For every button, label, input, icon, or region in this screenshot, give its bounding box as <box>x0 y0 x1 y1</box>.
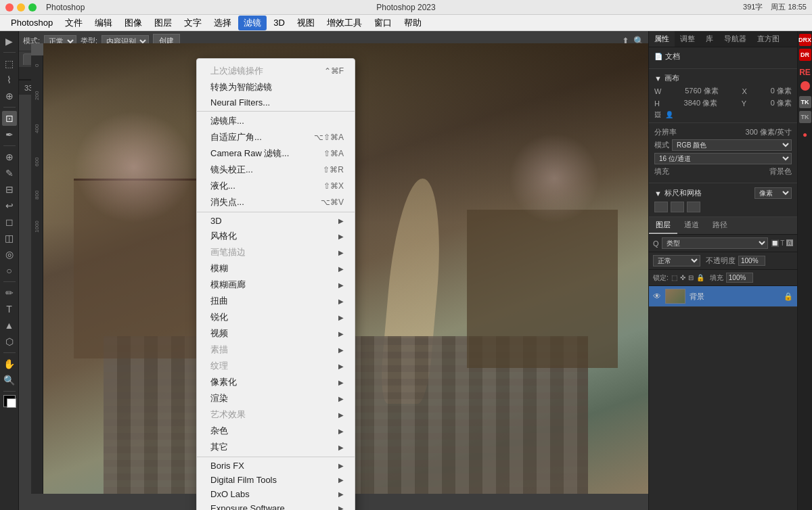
move-tool[interactable]: ▶ <box>2 34 17 49</box>
menu-item-distort[interactable]: 扭曲 ▶ <box>197 293 355 309</box>
menu-item-dxo-labs[interactable]: DxO Labs ▶ <box>197 487 355 501</box>
tab-histogram[interactable]: 直方图 <box>752 31 785 47</box>
tab-layers[interactable]: 图层 <box>649 217 677 234</box>
clone-stamp-tool[interactable]: ⊟ <box>2 182 17 197</box>
eraser-tool[interactable]: ◻ <box>2 214 17 229</box>
marquee-tool[interactable]: ⬚ <box>2 56 17 71</box>
menu-item-video[interactable]: 视频 ▶ <box>197 325 355 342</box>
brush-tool[interactable]: ✎ <box>2 166 17 181</box>
menu-3d[interactable]: 3D <box>268 16 290 29</box>
gradient-tool[interactable]: ◫ <box>2 231 17 246</box>
snap-icon <box>687 202 700 212</box>
lock-pixel-icon[interactable]: ⬚ <box>671 274 677 281</box>
tab-properties[interactable]: 属性 <box>649 31 675 47</box>
menu-item-exposure-software[interactable]: Exposure Software ▶ <box>197 501 355 510</box>
foreground-color[interactable] <box>3 395 16 407</box>
menu-item-texture[interactable]: 纹理 ▶ <box>197 358 355 374</box>
menu-photoshop[interactable]: Photoshop <box>5 16 58 29</box>
hand-tool[interactable]: ✋ <box>2 356 17 371</box>
menu-item-lens-correction[interactable]: 镜头校正... ⇧⌘R <box>197 162 355 178</box>
lasso-tool[interactable]: ⌇ <box>2 72 17 87</box>
menu-item-brush-strokes[interactable]: 画笔描边 ▶ <box>197 244 355 260</box>
menu-item-adaptive-wide[interactable]: 自适应广角... ⌥⇧⌘A <box>197 129 355 145</box>
tk-plugin-icon[interactable]: TK <box>799 96 811 108</box>
lock-artboard-icon[interactable]: ⊟ <box>688 274 694 281</box>
eyedropper-tool[interactable]: ✒ <box>2 127 17 142</box>
history-brush-tool[interactable]: ↩ <box>2 198 17 213</box>
menu-item-liquify[interactable]: 液化... ⇧⌘X <box>197 178 355 194</box>
tab-channels[interactable]: 通道 <box>677 217 706 234</box>
lock-move-icon[interactable]: ✜ <box>680 274 685 281</box>
menu-item-digital-film-tools[interactable]: Digital Film Tools ▶ <box>197 473 355 487</box>
depth-select[interactable]: 16 位/通道 <box>654 153 792 164</box>
menu-item-noise[interactable]: 杂色 ▶ <box>197 423 355 439</box>
menu-type[interactable]: 文字 <box>179 16 207 30</box>
menu-item-camera-raw[interactable]: Camera Raw 滤镜... ⇧⌘A <box>197 145 355 162</box>
maximize-button[interactable] <box>28 3 37 11</box>
blend-mode-layer[interactable]: 正常 <box>653 255 700 266</box>
tab-library[interactable]: 库 <box>700 31 719 47</box>
submenu-arrow: ▶ <box>338 233 344 240</box>
menu-plugins[interactable]: 增效工具 <box>321 16 367 30</box>
menu-item-boris-fx[interactable]: Boris FX ▶ <box>197 459 355 473</box>
menu-item-sharpen[interactable]: 锐化 ▶ <box>197 309 355 325</box>
menu-item-label: Exposure Software <box>210 503 285 510</box>
menu-item-label: Digital Film Tools <box>210 475 277 485</box>
menu-file[interactable]: 文件 <box>60 16 88 30</box>
opacity-input[interactable] <box>738 256 765 266</box>
y-label: Y <box>742 99 746 108</box>
menu-item-last-filter[interactable]: 上次滤镜操作 ⌃⌘F <box>197 63 355 79</box>
crop-tool[interactable]: ⊡ <box>2 111 17 126</box>
menu-item-blur[interactable]: 模糊 ▶ <box>197 260 355 277</box>
menu-edit[interactable]: 编辑 <box>89 16 118 30</box>
menu-image[interactable]: 图像 <box>119 16 148 30</box>
menu-item-neural-filters[interactable]: Neural Filters... <box>197 95 355 110</box>
background-color[interactable] <box>7 398 16 408</box>
menu-filter[interactable]: 滤镜 <box>238 16 267 30</box>
menu-item-pixelate[interactable]: 像素化 ▶ <box>197 374 355 390</box>
pen-tool[interactable]: ✏ <box>2 285 17 300</box>
healing-brush-tool[interactable]: ⊕ <box>2 149 17 164</box>
dodge-tool[interactable]: ○ <box>2 263 17 278</box>
red-dot-icon[interactable] <box>800 81 810 91</box>
text-tool[interactable]: T <box>2 302 17 317</box>
lock-all-icon[interactable]: 🔒 <box>696 274 704 281</box>
zoom-tool[interactable]: 🔍 <box>2 373 17 388</box>
menu-item-render[interactable]: 渲染 ▶ <box>197 390 355 407</box>
menu-window[interactable]: 窗口 <box>369 16 397 30</box>
layer-name[interactable]: 背景 <box>690 292 780 302</box>
re-plugin-icon[interactable]: RE <box>799 66 811 78</box>
menu-item-artistic[interactable]: 艺术效果 ▶ <box>197 407 355 423</box>
path-selection-tool[interactable]: ▲ <box>2 318 17 333</box>
menu-item-filter-gallery[interactable]: 滤镜库... <box>197 113 355 129</box>
tab-adjustments[interactable]: 调整 <box>675 31 700 47</box>
menu-layer[interactable]: 图层 <box>149 16 177 30</box>
layer-visibility-icon[interactable]: 👁 <box>653 292 661 301</box>
menu-item-sketch[interactable]: 素描 ▶ <box>197 342 355 358</box>
menu-item-vanishing-point[interactable]: 消失点... ⌥⌘V <box>197 194 355 210</box>
drx-plugin-icon-2[interactable]: DR <box>799 49 811 61</box>
circle-plugin-icon[interactable]: ● <box>799 129 811 141</box>
layer-type-filter[interactable]: 类型 <box>662 237 768 249</box>
tk-plugin-icon-2[interactable]: TK <box>799 111 811 123</box>
menu-item-3d[interactable]: 3D ▶ <box>197 214 355 228</box>
menu-item-blur-gallery[interactable]: 模糊画廊 ▶ <box>197 277 355 293</box>
quick-select-tool[interactable]: ⊕ <box>2 89 17 103</box>
menu-item-stylize[interactable]: 风格化 ▶ <box>197 228 355 244</box>
tab-navigator[interactable]: 导航器 <box>719 31 752 47</box>
minimize-button[interactable] <box>17 3 25 11</box>
blur-tool[interactable]: ◎ <box>2 247 17 262</box>
menu-select[interactable]: 选择 <box>208 16 237 30</box>
tab-paths[interactable]: 路径 <box>706 217 734 234</box>
menu-item-convert-smart[interactable]: 转换为智能滤镜 <box>197 79 355 95</box>
shape-tool[interactable]: ⬡ <box>2 334 17 349</box>
menu-help[interactable]: 帮助 <box>399 16 427 30</box>
fill-input[interactable] <box>726 273 753 283</box>
ruler-unit-select[interactable]: 像素 <box>754 187 792 199</box>
close-button[interactable] <box>5 3 14 11</box>
menu-item-other[interactable]: 其它 ▶ <box>197 439 355 455</box>
menu-view[interactable]: 视图 <box>292 16 320 30</box>
menu-item-label: 像素化 <box>210 376 237 388</box>
color-mode-select[interactable]: RGB 颜色 <box>672 139 792 151</box>
drx-plugin-icon[interactable]: DRX <box>799 34 811 46</box>
